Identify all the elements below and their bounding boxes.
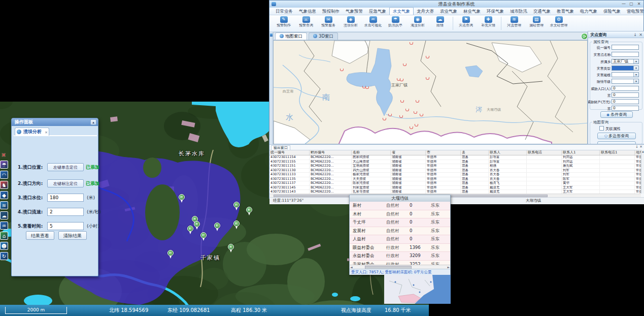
ribbon-tab-10[interactable]: 环保气象	[484, 8, 507, 15]
app-titlebar[interactable]: 澧县业务制作系统 — ▢ ✕	[269, 1, 643, 8]
op-value-input[interactable]: 2	[47, 208, 84, 216]
close-icon[interactable]: ✕	[0, 152, 7, 159]
toolbar-button-4[interactable]: ◈溃坝分析	[340, 16, 362, 31]
pin-icon[interactable]: ↓	[633, 31, 637, 38]
tool-rainbow-icon[interactable]: ◠	[0, 171, 8, 179]
operation-panel[interactable]: 操作面板 ▴ 溃坝分析 ✕ 1.溃口位置:左键单击定位已添加2.溃口方向:左键标…	[11, 118, 98, 276]
table-row[interactable]: 430723011154BCM062220…图家祠滑坡湖南省常德市澧县彭导富刘邦…	[269, 155, 641, 160]
pin-icon[interactable]: ↓	[635, 145, 638, 149]
chevron-down-icon[interactable]: ▾	[633, 59, 638, 64]
input-9[interactable]: 0	[612, 99, 639, 104]
doc-tab-2[interactable]: 3D窗口	[309, 33, 338, 40]
ribbon-tab-7[interactable]: 龙舟大赛	[414, 8, 437, 15]
village-map-pin[interactable]: 村	[187, 226, 194, 232]
vector-map[interactable]: 白芷湖 南 水 王家厂镇 涔 大堰垱镇	[273, 40, 588, 144]
op-value-input[interactable]: 180	[47, 194, 84, 202]
village-table[interactable]: 新村自然村0乐东木村自然村0乐东千丈坪自然村0乐东发展村自然村0乐东人益村自然村…	[350, 202, 450, 269]
close-icon[interactable]: ✕	[639, 145, 642, 149]
ribbon-tab-5[interactable]: 应急气象	[366, 8, 389, 15]
village-map-pin[interactable]: 村	[233, 220, 240, 227]
tool-drop-icon[interactable]: ◆	[0, 191, 8, 199]
column-header[interactable]: 野外编号	[310, 150, 352, 155]
tool-contact-icon[interactable]: ☻	[0, 242, 8, 250]
village-row[interactable]: 木村自然村0乐东	[350, 210, 450, 219]
disaster-table[interactable]: 统一编号野外编号名称省市县联系人联系电话联系人1联系电话1地理位置发生时间年发生…	[269, 150, 641, 194]
toolbar-button-13[interactable]: ⚙水文站管理	[548, 16, 570, 31]
toolbar-button-5[interactable]: ♒水库可视化	[362, 16, 384, 31]
table-row[interactable]: 430723011133BCM062220…杨家湾滑坡湖南省常德市澧县肖大春刘军…	[269, 173, 641, 177]
ribbon-tab-6[interactable]: 水文气象	[389, 7, 414, 15]
village-panel-title[interactable]: 大堰垱镇	[350, 195, 450, 202]
tool-waves-icon[interactable]: ♒	[0, 222, 8, 230]
tool-home-icon[interactable]: ⌂	[0, 232, 8, 240]
village-map-pin[interactable]: 村	[233, 202, 240, 208]
village-row[interactable]: 眼益村委会行政村1396乐东	[350, 244, 450, 252]
refresh-button[interactable]: ⟳	[581, 33, 588, 40]
column-header[interactable]: 市	[426, 150, 461, 155]
village-row[interactable]: 千丈坪自然村0乐东	[350, 218, 450, 227]
maximize-button[interactable]: ▢	[628, 1, 635, 7]
column-header[interactable]: 省	[391, 150, 426, 155]
ribbon-tab-3[interactable]: 预报制作	[319, 8, 343, 15]
ribbon-tab-2[interactable]: 气象信息	[296, 8, 319, 15]
clear-result-button[interactable]: 清除结果	[58, 231, 87, 240]
input-2[interactable]	[612, 52, 639, 57]
ribbon-tab-9[interactable]: 林业气象	[460, 8, 484, 15]
tool-raincloud-icon[interactable]: ☁	[0, 211, 8, 219]
view-result-button[interactable]: 结果查看	[26, 231, 54, 240]
toolbar-button-7[interactable]: ◉淹没分析	[406, 16, 429, 31]
input-7[interactable]: 0	[612, 86, 639, 91]
tab-close-icon[interactable]: ✕	[45, 129, 48, 136]
table-row[interactable]: 430723011130BCM062220…四方山滑坡湖南省常德市澧县肖大春刘军…	[269, 168, 641, 173]
village-row[interactable]: 人益村自然村0乐东	[350, 235, 450, 244]
condition-query-button[interactable]: ◉条件查询	[600, 111, 633, 118]
village-map-pin[interactable]: 村	[179, 194, 185, 201]
table-row[interactable]: 430723011145BCM062220…刘家屋滑坡湖南省常德市澧县戴泽元王大…	[269, 185, 641, 190]
close-button[interactable]: ✕	[635, 1, 642, 7]
toolbar-button-11[interactable]: ≋河流管理	[503, 16, 525, 31]
table-row[interactable]: 430723011151BCM062220…宝塔岗滑坡湖南省常德市澧县柏强唐先斌…	[269, 164, 641, 169]
column-header[interactable]: 地理位置	[635, 150, 641, 155]
column-header[interactable]: 联系电话1	[600, 150, 635, 155]
input-8[interactable]: 0	[612, 92, 639, 98]
ribbon-tab-11[interactable]: 城市防汛	[507, 8, 530, 15]
polygon-query-button[interactable]: ⬠多边形查询	[597, 133, 636, 139]
operation-panel-titlebar[interactable]: 操作面板	[12, 118, 98, 126]
column-header[interactable]: 统一编号	[269, 150, 310, 155]
toolbar-button-6[interactable]: ☂防汛抗旱	[384, 16, 406, 31]
column-header[interactable]: 联系电话	[527, 150, 562, 155]
sidebar-header[interactable]: 灾点查询 ↓ ✕	[588, 31, 644, 38]
chevron-down-icon[interactable]: ▾	[633, 66, 638, 70]
locate-button[interactable]: 左键标注定位	[47, 179, 84, 187]
dropdown-6[interactable]: ▾	[612, 79, 639, 84]
collapsed-panel-strip[interactable]	[269, 32, 273, 144]
tool-swim-icon[interactable]: ☂	[0, 161, 8, 169]
input-1[interactable]	[612, 45, 639, 50]
ribbon-tab-13[interactable]: 教育气象	[554, 8, 577, 15]
tool-bird-icon[interactable]: ♞	[0, 181, 8, 189]
horizontal-scrollbar[interactable]	[269, 194, 641, 197]
chevron-down-icon[interactable]: ▾	[633, 79, 638, 83]
dropdown-4[interactable]: ▾	[612, 66, 639, 71]
village-map-pin[interactable]: 村	[194, 221, 200, 228]
village-map-pin[interactable]: 村	[228, 244, 234, 250]
horizontal-scrollbar[interactable]: ◄►	[350, 265, 450, 269]
village-map-pin[interactable]: 村	[167, 250, 174, 257]
table-row[interactable]: 430723011135BCM062220…大天滑坡湖南省常德市澧县肖大春陈军常…	[269, 177, 641, 181]
doc-tab-1[interactable]: 地图窗口	[275, 33, 307, 40]
toolbar-button-8[interactable]: ☁雨情	[429, 16, 451, 31]
chevron-down-icon[interactable]: ▾	[633, 73, 638, 77]
locate-button[interactable]: 左键单击定位	[47, 163, 84, 171]
tab-dam-break-analysis[interactable]: 溃坝分析 ✕	[15, 128, 49, 136]
ribbon-tab-15[interactable]: 保险气象	[600, 8, 624, 15]
column-header[interactable]: 联系人1	[562, 150, 600, 155]
village-row[interactable]: 新村自然村0乐东	[350, 202, 450, 210]
minimize-button[interactable]: —	[620, 1, 627, 7]
village-map-pin[interactable]: 村	[214, 223, 221, 229]
toolbar-button-9[interactable]: ⚑灾点查询	[455, 16, 477, 31]
village-map-pin[interactable]: 村	[200, 232, 207, 239]
tool-splash-icon[interactable]: ≋	[0, 201, 8, 209]
ribbon-tab-16[interactable]: 雷电预警	[624, 8, 644, 15]
collapse-icon[interactable]: ▴	[90, 119, 96, 125]
dropdown-3[interactable]: 王家厂镇▾	[612, 59, 639, 64]
